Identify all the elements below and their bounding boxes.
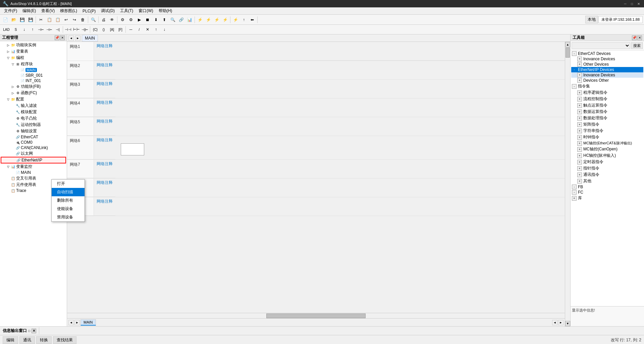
panel-close-button[interactable]: ✕ [60,36,65,40]
toolbox-search-button[interactable]: 搜索 [631,42,643,49]
scroll-thumb-v[interactable] [566,48,570,58]
print-button[interactable]: 🖨 [100,16,108,24]
tb-item-ethercat-devices[interactable]: - EtherCAT Devices [571,51,643,56]
menu-file[interactable]: 文件(F) [1,7,20,14]
tree-item-sbr001[interactable]: 📄 SBR_001 [1,73,66,78]
link-button[interactable]: 🔗 [177,16,185,24]
tb-item-other-devices-1[interactable]: + Other Devices [571,62,643,67]
tb-item-logic[interactable]: + 程序逻辑指令 [571,89,643,96]
tb-item-hc-axis[interactable]: + HC轴控(脉冲输入) [571,152,643,159]
tb-misc5[interactable]: ⚡ [231,16,239,24]
menu-ladder[interactable]: 梯形图(L) [57,7,80,14]
tab-main[interactable]: MAIN [80,319,96,326]
compile2-button[interactable]: ⚙ [127,16,135,24]
ladder-box1[interactable]: {C} [91,25,99,33]
tb-item-clock[interactable]: + 时钟指令 [571,134,643,140]
tb-item-data-proc[interactable]: + 数据处理指令 [571,115,643,121]
tb-item-inovance-devices-1[interactable]: + Inovance Devices [571,56,643,62]
copy-button[interactable]: 📋 [45,16,53,24]
tree-item-vartable[interactable]: ▷ 📊 变量表 [1,48,66,55]
menu-window[interactable]: 窗口(W) [136,7,156,14]
delete-button[interactable]: 🗑 [79,16,87,24]
tree-item-cam[interactable]: ⚙ 电子凸轮 [1,115,66,122]
ladder-line2[interactable]: / [135,25,143,33]
tb-misc1[interactable]: ⚡ [196,16,204,24]
run-button[interactable]: ▶ [135,16,143,24]
ladder-r1[interactable]: ⊣⊢ [37,25,45,33]
tree-item-varmonitor[interactable]: ▽ 📊 变量监控 [1,163,66,170]
editor-nav-right[interactable]: ► [75,36,80,41]
editor-nav-left[interactable]: ◄ [68,36,74,41]
ctx-deleteall[interactable]: 删除所有 [52,196,85,205]
toolbox-search-select[interactable] [572,42,630,49]
tb-item-inovance-devices-2[interactable]: + Inovance Devices [571,72,643,78]
ctx-autoscan[interactable]: 自动扫描 [52,188,85,196]
editor-scroll[interactable]: 网络1 网络注释 网络2 网络注释 [67,42,565,313]
tree-item-canlink[interactable]: 🔗 CAN(CANLink) [1,145,66,150]
tb-item-instructions[interactable]: - 指令集 [571,83,643,89]
ladder-box3[interactable]: [A] [108,25,116,33]
ladder-line4[interactable]: ↑ [152,25,160,33]
tb-item-string[interactable]: + 字符串指令 [571,128,643,134]
undo-button[interactable]: ↩ [62,16,70,24]
tb-misc3[interactable]: ⚡ [213,16,221,24]
tb-item-ethernetip-devices[interactable]: - EtherNet/IP Devices [571,67,643,72]
ladder-r2[interactable]: ⊣⊢ [45,25,53,33]
status-tab-edit[interactable]: 编辑 [3,336,18,344]
ctx-disable[interactable]: 禁用设备 [52,213,85,221]
close-button[interactable]: ✕ [636,1,641,6]
ladder-coil2[interactable]: ⊢⊢ [72,25,80,33]
menu-debug[interactable]: 调试(D) [98,7,117,14]
save-button[interactable]: 💾 [18,16,26,24]
ladder-r3[interactable]: ⊣| [54,25,62,33]
tb-item-flow[interactable]: + 流程控制指令 [571,96,643,102]
tb-item-data-op[interactable]: + 数据运算指令 [571,109,643,115]
tb-item-other[interactable]: + 其他 [571,178,643,184]
tb-misc2[interactable]: ⚡ [204,16,212,24]
tab-nav-left[interactable]: ◄ [68,320,74,325]
open-button[interactable]: 📂 [10,16,18,24]
search-button[interactable]: 🔍 [89,16,97,24]
tree-item-ethernetip[interactable]: 🔗 EtherNet/IP [1,157,66,163]
redo-button[interactable]: ↪ [70,16,78,24]
toolbox-close-button[interactable]: ✕ [637,36,642,40]
ladder-s[interactable]: S [12,25,20,33]
tb-item-mc-ethercat[interactable]: + MC轴控(EtherCAT&脉冲输出) [571,140,643,146]
cut-button[interactable]: ✂ [37,16,45,24]
tb-misc7[interactable]: ⬅ [248,16,256,24]
tb-misc6[interactable]: ↑ [240,16,248,24]
tb-misc4[interactable]: ⚡ [221,16,229,24]
tb-item-mc-canopen[interactable]: + MC轴控(CanOpen) [571,146,643,152]
tb-item-other-devices-2[interactable]: + Devices Other [571,78,643,83]
toolbox-pin-button[interactable]: 📌 [632,36,637,40]
tree-item-main[interactable]: 📄 MAIN [1,67,66,73]
tree-item-ethercat[interactable]: 🔗 EtherCAT [1,134,66,140]
tree-item-fb[interactable]: ▷ ⚙ 功能块(FB) [1,83,66,90]
output-close-button[interactable]: ✕ [32,329,36,333]
tab-nav-right[interactable]: ► [74,320,80,325]
tree-item-fc[interactable]: ▷ ⚙ 函数(FC) [1,90,66,96]
tb-item-matrix[interactable]: + 矩阵指令 [571,121,643,128]
ladder-line3[interactable]: ✕ [144,25,152,33]
tb-item-library[interactable]: + 库 [571,195,643,201]
tab-close-right[interactable]: ► [558,320,564,325]
vertical-scrollbar[interactable]: ▲ ▼ [565,42,570,326]
ladder-coil1[interactable]: ⊣⊣ [64,25,72,33]
saveas-button[interactable]: 💾 [26,16,35,24]
ladder-line5[interactable]: ↓ [160,25,168,33]
ladder-coil3[interactable]: ⊣|⊢ [81,25,89,33]
tree-item-config[interactable]: ▽ 📁 配置 [1,96,66,102]
monitor-button[interactable]: 📊 [185,16,194,24]
status-tab-comm[interactable]: 通讯 [19,336,35,344]
upload-button[interactable]: ⬆ [160,16,168,24]
scroll-thumb-h[interactable] [266,314,366,318]
tb-item-fb[interactable]: - FB [571,184,643,190]
ladder-down[interactable]: ↓ [20,25,28,33]
minimize-button[interactable]: ─ [623,1,628,6]
ctx-enable[interactable]: 使能设备 [52,205,85,213]
tree-item-main2[interactable]: 📄 MAIN [1,170,66,175]
tree-item-module-config[interactable]: 🔧 模块配置 [1,109,66,115]
horizontal-scrollbar[interactable] [67,313,565,318]
menu-plc[interactable]: PLC(P) [80,8,98,14]
menu-view[interactable]: 查看(V) [39,7,57,14]
